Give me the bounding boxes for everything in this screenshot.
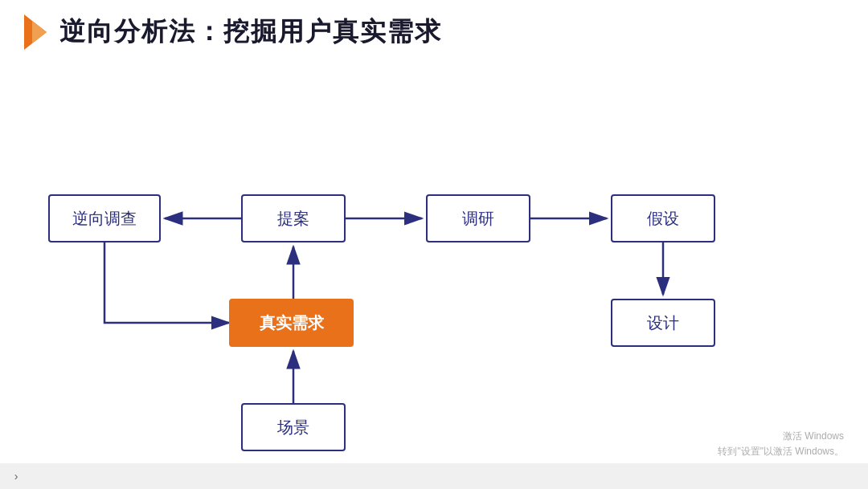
node-diaoyuan: 调研	[426, 194, 530, 242]
node-jiashe: 假设	[611, 194, 715, 242]
bottom-bar: ›	[0, 463, 868, 489]
node-zhenshixuqiu: 真实需求	[229, 299, 354, 347]
watermark: 激活 Windows 转到"设置"以激活 Windows。	[718, 429, 844, 459]
header-icon	[24, 14, 47, 50]
diagram-area: 逆向调查 提案 调研 假设 设计 真实需求 场景 激活 Windows 转到"设…	[0, 66, 868, 475]
header: 逆向分析法：挖掘用户真实需求	[0, 0, 868, 58]
node-tian: 提案	[241, 194, 346, 242]
arrows-svg	[0, 66, 868, 475]
node-nixiang-diaoca: 逆向调查	[48, 194, 161, 242]
node-sheji: 设计	[611, 299, 715, 347]
node-changjing: 场景	[241, 403, 346, 451]
page-title: 逆向分析法：挖掘用户真实需求	[59, 14, 442, 50]
next-slide-button[interactable]: ›	[8, 468, 24, 484]
arrow-nixiang-to-zhenshixuqiu	[104, 242, 229, 323]
